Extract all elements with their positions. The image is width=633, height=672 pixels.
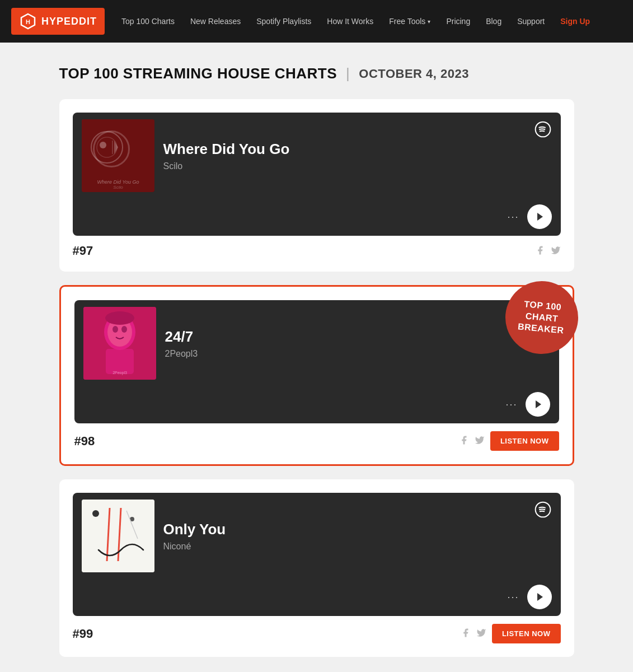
svg-point-25 bbox=[92, 510, 99, 517]
svg-point-17 bbox=[105, 311, 134, 325]
navigation: H HYPEDDIT Top 100 Charts New Releases S… bbox=[0, 0, 633, 43]
title-divider: | bbox=[346, 65, 350, 82]
spotify-icon bbox=[534, 120, 552, 141]
nav-free-tools[interactable]: Free Tools ▾ bbox=[389, 17, 430, 26]
page-date: OCTOBER 4, 2023 bbox=[359, 67, 469, 81]
track-card-99: Only You Niconé ··· bbox=[73, 493, 561, 616]
track-inner-99: Only You Niconé bbox=[73, 493, 561, 579]
more-options-97[interactable]: ··· bbox=[507, 211, 519, 223]
chart-rank-99: #99 bbox=[73, 627, 93, 641]
listen-now-button-98[interactable]: LISTEN NOW bbox=[490, 431, 559, 451]
svg-point-16 bbox=[121, 326, 127, 333]
svg-marker-11 bbox=[537, 213, 543, 221]
logo[interactable]: H HYPEDDIT bbox=[11, 8, 105, 35]
chart-footer-98: #98 LISTEN NOW bbox=[74, 431, 559, 451]
track-artist-98: 2Peopl3 bbox=[165, 349, 550, 359]
nav-sign-up[interactable]: Sign Up bbox=[560, 17, 590, 26]
track-title-97: Where Did You Go bbox=[163, 141, 552, 158]
svg-point-5 bbox=[97, 137, 117, 157]
svg-point-15 bbox=[112, 326, 118, 333]
svg-point-6 bbox=[100, 142, 106, 148]
svg-marker-7 bbox=[114, 141, 118, 154]
track-title-98: 24/7 bbox=[165, 328, 550, 346]
twitter-icon-99[interactable] bbox=[476, 628, 486, 640]
logo-text: HYPEDDIT bbox=[41, 16, 97, 27]
nav-pricing[interactable]: Pricing bbox=[446, 17, 470, 26]
dropdown-arrow-icon: ▾ bbox=[428, 18, 430, 25]
svg-rect-22 bbox=[82, 500, 154, 572]
play-button-97[interactable] bbox=[527, 204, 552, 229]
nav-spotify-playlists[interactable]: Spotify Playlists bbox=[256, 17, 311, 26]
svg-text:Where Did You Go: Where Did You Go bbox=[97, 179, 139, 185]
chart-footer-99: #99 LISTEN NOW bbox=[73, 624, 561, 643]
facebook-icon-99[interactable] bbox=[461, 628, 471, 640]
nav-blog[interactable]: Blog bbox=[486, 17, 501, 26]
more-options-99[interactable]: ··· bbox=[507, 591, 519, 603]
svg-text:Scilo: Scilo bbox=[113, 185, 123, 190]
track-artwork-97: Where Did You Go Scilo bbox=[82, 119, 154, 192]
page-title: TOP 100 STREAMING HOUSE CHARTS | OCTOBER… bbox=[59, 65, 574, 82]
play-button-99[interactable] bbox=[527, 585, 552, 609]
chart-entry-98: TOP 100 CHART BREAKER bbox=[59, 285, 574, 466]
chart-entry-99: Only You Niconé ··· #99 bbox=[59, 479, 574, 657]
chart-rank-97: #97 bbox=[73, 244, 93, 258]
svg-point-4 bbox=[91, 132, 123, 163]
page-content: TOP 100 STREAMING HOUSE CHARTS | OCTOBER… bbox=[37, 43, 597, 672]
track-card-98: 2Peopl3 24/7 2Peopl3 ··· bbox=[74, 300, 559, 423]
card-controls-97: ··· bbox=[73, 199, 561, 236]
chart-actions-98: LISTEN NOW bbox=[459, 431, 559, 451]
chart-rank-98: #98 bbox=[74, 434, 95, 449]
svg-text:2Peopl3: 2Peopl3 bbox=[112, 371, 127, 375]
svg-text:H: H bbox=[26, 18, 30, 25]
track-title-99: Only You bbox=[163, 521, 552, 538]
track-info-99: Only You Niconé bbox=[163, 521, 552, 552]
nav-top-100-charts[interactable]: Top 100 Charts bbox=[121, 17, 175, 26]
nav-links: Top 100 Charts New Releases Spotify Play… bbox=[121, 17, 622, 26]
track-artwork-99 bbox=[82, 500, 154, 572]
track-inner-97: Where Did You Go Scilo Where Did You Go … bbox=[73, 113, 561, 199]
svg-marker-28 bbox=[537, 593, 543, 601]
chart-actions-97 bbox=[535, 245, 561, 257]
twitter-icon-98[interactable] bbox=[475, 435, 485, 447]
track-info-98: 24/7 2Peopl3 bbox=[165, 328, 550, 359]
spotify-icon-99 bbox=[534, 501, 552, 521]
chart-actions-99: LISTEN NOW bbox=[461, 624, 561, 643]
twitter-icon-97[interactable] bbox=[551, 245, 561, 257]
track-info-97: Where Did You Go Scilo bbox=[163, 141, 552, 171]
card-controls-98: ··· bbox=[74, 386, 559, 423]
track-artist-99: Niconé bbox=[163, 542, 552, 552]
track-inner-98: 2Peopl3 24/7 2Peopl3 bbox=[74, 300, 559, 386]
logo-icon: H bbox=[19, 12, 37, 30]
track-artist-97: Scilo bbox=[163, 161, 552, 171]
nav-support[interactable]: Support bbox=[517, 17, 545, 26]
listen-now-button-99[interactable]: LISTEN NOW bbox=[492, 624, 561, 643]
track-artwork-98: 2Peopl3 bbox=[83, 307, 156, 380]
nav-new-releases[interactable]: New Releases bbox=[190, 17, 241, 26]
play-button-98[interactable] bbox=[526, 392, 550, 417]
more-options-98[interactable]: ··· bbox=[505, 399, 517, 410]
svg-marker-20 bbox=[536, 400, 541, 408]
facebook-icon-98[interactable] bbox=[459, 435, 469, 447]
facebook-icon-97[interactable] bbox=[535, 245, 545, 257]
card-controls-99: ··· bbox=[73, 579, 561, 616]
track-card-97: Where Did You Go Scilo Where Did You Go … bbox=[73, 113, 561, 236]
chart-entry-97: Where Did You Go Scilo Where Did You Go … bbox=[59, 99, 574, 272]
nav-how-it-works[interactable]: How It Works bbox=[327, 17, 373, 26]
chart-footer-97: #97 bbox=[73, 244, 561, 258]
